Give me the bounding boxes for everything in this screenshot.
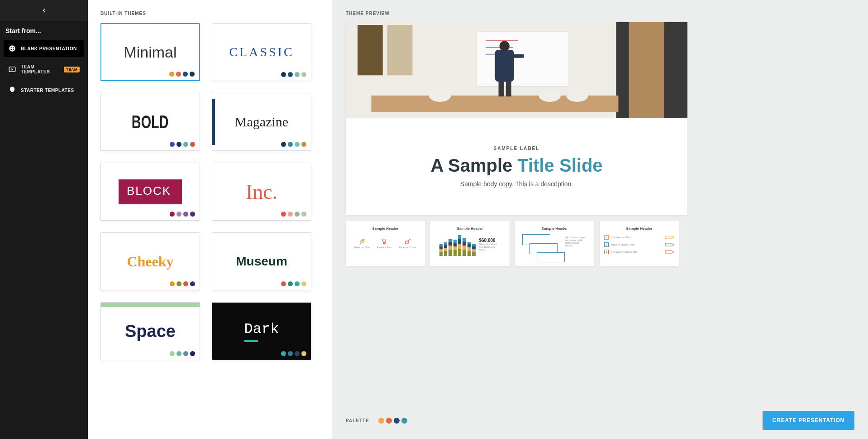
svg-rect-13 (477, 31, 568, 86)
theme-palette-dots (170, 212, 195, 217)
palette-label: PALETTE (346, 418, 369, 423)
sidebar-item-icon (8, 86, 16, 94)
svg-rect-8 (664, 22, 687, 118)
theme-palette-dots (281, 351, 306, 356)
preview-thumb-icons[interactable]: Sample Header Feature One Feature Two Fe… (346, 221, 425, 266)
theme-title: Minimal (124, 43, 176, 61)
sidebar-item-icon (8, 65, 16, 73)
theme-title: BOLD (132, 112, 169, 132)
theme-palette-dots (281, 72, 306, 77)
theme-card-cheeky[interactable]: Cheeky (100, 232, 200, 290)
arrow-right-icon (665, 243, 674, 246)
palette-dot[interactable] (394, 418, 400, 424)
theme-title: Magazine (235, 114, 288, 130)
slide-hero-image (346, 22, 687, 118)
theme-card-dark[interactable]: Dark (212, 302, 311, 360)
svg-point-18 (500, 41, 510, 51)
sidebar-item-label: TEAM TEMPLATES (21, 64, 59, 74)
theme-card-museum[interactable]: Museum (212, 232, 311, 290)
theme-title: Dark (244, 321, 279, 342)
team-badge: TEAM (64, 67, 80, 72)
svg-rect-19 (499, 81, 504, 96)
svg-point-26 (405, 241, 409, 244)
palette-swatches[interactable] (378, 418, 407, 424)
slide-label: SAMPLE LABEL (494, 146, 540, 151)
preview-thumb-row: Sample Header Feature One Feature Two Fe… (346, 221, 854, 266)
svg-rect-21 (512, 54, 524, 58)
theme-card-space[interactable]: Space (100, 302, 200, 360)
theme-palette-dots (169, 72, 195, 77)
theme-palette-dots (281, 212, 306, 217)
preview-thumb-agenda[interactable]: Sample Header 1One feature Title2Another… (600, 221, 679, 266)
slide-title: A Sample Title Slide (430, 155, 602, 176)
preview-heading: THEME PREVIEW (346, 11, 854, 16)
mini-bar-chart (439, 233, 476, 256)
theme-title: BLOCK (119, 179, 182, 204)
theme-card-bold[interactable]: BOLD (100, 93, 200, 151)
theme-palette-dots (281, 142, 306, 147)
arrow-right-icon (665, 236, 674, 239)
theme-card-minimal[interactable]: Minimal (100, 23, 200, 81)
theme-card-magazine[interactable]: Magazine (212, 93, 311, 151)
theme-palette-dots (170, 142, 195, 147)
svg-point-4 (13, 49, 14, 50)
sidebar-item-starter-templates[interactable]: STARTER TEMPLATES (4, 82, 84, 99)
preview-thumb-chart[interactable]: Sample Header $60,000 Sample callout sta… (430, 221, 510, 266)
preview-thumb-boxes[interactable]: Sample Header All the summary text goes … (515, 221, 594, 266)
preview-panel: THEME PREVIEW (332, 0, 868, 439)
palette-dot[interactable] (378, 418, 384, 424)
preview-main-slide: SAMPLE LABEL A Sample Title Slide Sample… (346, 22, 687, 215)
svg-point-3 (11, 49, 12, 50)
agenda-item: 2Another feature Title (604, 242, 674, 247)
theme-palette-dots (170, 351, 195, 356)
sidebar-title: Start from... (0, 21, 88, 40)
trophy-icon (381, 238, 388, 245)
svg-point-1 (11, 47, 12, 48)
sidebar-item-icon (8, 44, 16, 53)
chevron-left-icon (41, 8, 47, 13)
svg-rect-20 (506, 81, 511, 96)
theme-title: CLASSIC (229, 45, 294, 59)
create-presentation-button[interactable]: CREATE PRESENTATION (763, 411, 854, 430)
theme-title: Cheeky (127, 253, 173, 270)
svg-point-23 (539, 89, 561, 102)
agenda-item: 3One More feature Title (604, 250, 674, 254)
svg-point-25 (362, 240, 363, 241)
svg-rect-12 (387, 25, 413, 75)
svg-point-2 (13, 47, 14, 48)
rocket-icon (358, 238, 366, 245)
svg-rect-11 (358, 25, 383, 75)
theme-card-classic[interactable]: CLASSIC (212, 23, 311, 81)
svg-point-22 (429, 89, 451, 102)
sidebar-item-label: STARTER TEMPLATES (21, 88, 74, 93)
svg-point-0 (9, 45, 15, 52)
palette-dot[interactable] (401, 418, 407, 424)
sidebar: Start from... BLANK PRESENTATIONTEAM TEM… (0, 0, 88, 439)
svg-point-24 (566, 89, 588, 102)
agenda-item: 1One feature Title (604, 235, 674, 240)
sidebar-item-team-templates[interactable]: TEAM TEMPLATESTEAM (4, 60, 84, 79)
theme-card-block[interactable]: BLOCK (100, 163, 200, 221)
guitar-icon (404, 238, 411, 245)
sidebar-item-blank-presentation[interactable]: BLANK PRESENTATION (4, 40, 84, 57)
sidebar-item-label: BLANK PRESENTATION (21, 46, 77, 51)
slide-body: Sample body copy. This is a description. (460, 180, 573, 188)
themes-heading: BUILT-IN THEMES (100, 11, 319, 16)
theme-title: Inc. (246, 180, 277, 204)
svg-rect-17 (495, 50, 514, 82)
theme-title: Space (125, 322, 176, 341)
theme-palette-dots (170, 281, 195, 286)
theme-card-inc[interactable]: Inc. (212, 163, 311, 221)
back-button[interactable] (0, 0, 88, 21)
theme-title: Museum (236, 254, 287, 269)
arrow-right-icon (665, 250, 674, 254)
themes-column: BUILT-IN THEMES MinimalCLASSICBOLDMagazi… (88, 0, 332, 439)
theme-palette-dots (281, 281, 306, 286)
palette-dot[interactable] (386, 418, 392, 424)
stat-value: $60,000 (479, 238, 501, 243)
